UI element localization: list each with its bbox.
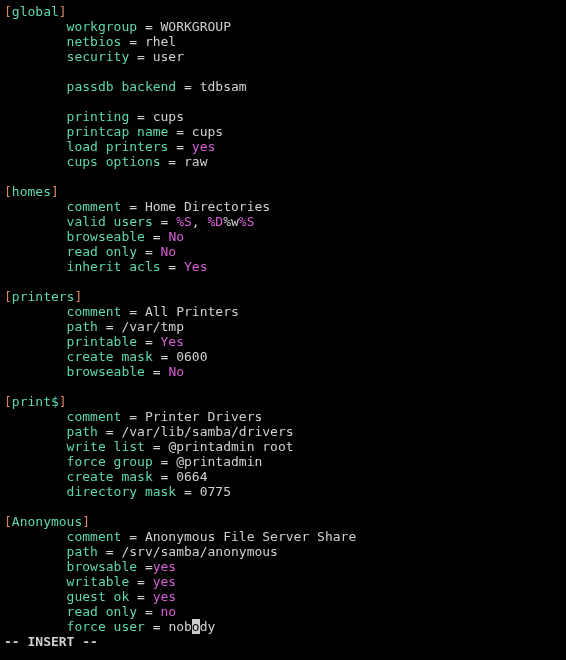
config-entry: printing = cups	[4, 109, 562, 124]
config-key: path	[67, 319, 98, 334]
equals-sign: =	[121, 199, 144, 214]
vim-mode-text: -- INSERT --	[4, 634, 98, 649]
config-key: force user	[67, 619, 145, 634]
config-key: read only	[67, 604, 137, 619]
equals-sign: =	[121, 304, 144, 319]
config-entry: read only = no	[4, 604, 562, 619]
equals-sign: =	[153, 214, 176, 229]
section-name: Anonymous	[12, 514, 82, 529]
config-key: browsable	[67, 559, 137, 574]
equals-sign: =	[168, 124, 191, 139]
config-key: comment	[67, 199, 122, 214]
config-value: /srv/samba/anonymous	[121, 544, 278, 559]
equals-sign: =	[129, 49, 152, 64]
config-entry: force user = nobody	[4, 619, 562, 634]
config-value: raw	[184, 154, 207, 169]
config-value: yes	[153, 574, 176, 589]
section-header: [printers]	[4, 289, 562, 304]
config-entry: force group = @printadmin	[4, 454, 562, 469]
config-entry: inherit acls = Yes	[4, 259, 562, 274]
config-value: rhel	[145, 34, 176, 49]
equals-sign: =	[153, 454, 176, 469]
section-name: print$	[12, 394, 59, 409]
config-entry: path = /srv/samba/anonymous	[4, 544, 562, 559]
section-header: [global]	[4, 4, 562, 19]
config-entry: create mask = 0664	[4, 469, 562, 484]
config-value: yes	[153, 589, 176, 604]
config-value: Home Directories	[145, 199, 270, 214]
config-entry: cups options = raw	[4, 154, 562, 169]
config-value: cups	[192, 124, 223, 139]
config-value: Printer Drivers	[145, 409, 262, 424]
equals-sign: =	[137, 19, 160, 34]
bracket-open: [	[4, 514, 12, 529]
config-entry: path = /var/tmp	[4, 319, 562, 334]
config-value: Yes	[161, 334, 184, 349]
equals-sign: =	[168, 139, 191, 154]
config-value-part: ,	[192, 214, 208, 229]
config-value-part: %S	[176, 214, 192, 229]
config-entry: passdb backend = tdbsam	[4, 79, 562, 94]
config-entry: path = /var/lib/samba/drivers	[4, 424, 562, 439]
equals-sign: =	[98, 424, 121, 439]
config-value: 0600	[176, 349, 207, 364]
equals-sign: =	[161, 259, 184, 274]
equals-sign: =	[145, 364, 168, 379]
config-value: WORKGROUP	[161, 19, 231, 34]
equals-sign: =	[121, 34, 144, 49]
config-key: read only	[67, 244, 137, 259]
config-key: printcap name	[67, 124, 169, 139]
section-header: [homes]	[4, 184, 562, 199]
config-entry: directory mask = 0775	[4, 484, 562, 499]
equals-sign: =	[129, 574, 152, 589]
bracket-close: ]	[59, 4, 67, 19]
config-value-part: %w	[223, 214, 239, 229]
equals-sign: =	[121, 409, 144, 424]
equals-sign: =	[137, 604, 160, 619]
config-key: path	[67, 544, 98, 559]
config-key: passdb backend	[67, 79, 177, 94]
config-key: printing	[67, 109, 130, 124]
config-value: Anonymous File Server Share	[145, 529, 356, 544]
bracket-close: ]	[59, 394, 67, 409]
config-line	[4, 94, 562, 109]
config-value: @printadmin	[176, 454, 262, 469]
bracket-open: [	[4, 184, 12, 199]
config-entry: load printers = yes	[4, 139, 562, 154]
vim-mode-line: -- INSERT --	[4, 634, 562, 649]
config-entry: browsable =yes	[4, 559, 562, 574]
config-value: cups	[153, 109, 184, 124]
config-entry: browseable = No	[4, 229, 562, 244]
section-header: [print$]	[4, 394, 562, 409]
config-value: 0664	[176, 469, 207, 484]
config-key: path	[67, 424, 98, 439]
equals-sign: =	[137, 334, 160, 349]
section-header: [Anonymous]	[4, 514, 562, 529]
config-value: tdbsam	[200, 79, 247, 94]
terminal-editor[interactable]: [global]workgroup = WORKGROUPnetbios = r…	[0, 0, 566, 653]
text-cursor[interactable]: o	[192, 619, 200, 634]
config-value-part: dy	[200, 619, 216, 634]
config-key: inherit acls	[67, 259, 161, 274]
bracket-open: [	[4, 394, 12, 409]
bracket-close: ]	[82, 514, 90, 529]
section-name: global	[12, 4, 59, 19]
config-line	[4, 499, 562, 514]
config-key: cups options	[67, 154, 161, 169]
config-value: All Printers	[145, 304, 239, 319]
config-value: yes	[192, 139, 215, 154]
config-entry: valid users = %S, %D%w%S	[4, 214, 562, 229]
equals-sign: =	[145, 439, 168, 454]
config-entry: printcap name = cups	[4, 124, 562, 139]
bracket-close: ]	[51, 184, 59, 199]
config-entry: read only = No	[4, 244, 562, 259]
config-key: comment	[67, 304, 122, 319]
equals-sign: =	[153, 349, 176, 364]
equals-sign: =	[137, 244, 160, 259]
config-entry: netbios = rhel	[4, 34, 562, 49]
equals-sign: =	[176, 484, 199, 499]
config-key: write list	[67, 439, 145, 454]
config-key: create mask	[67, 469, 153, 484]
config-entry: comment = All Printers	[4, 304, 562, 319]
equals-sign: =	[161, 154, 184, 169]
